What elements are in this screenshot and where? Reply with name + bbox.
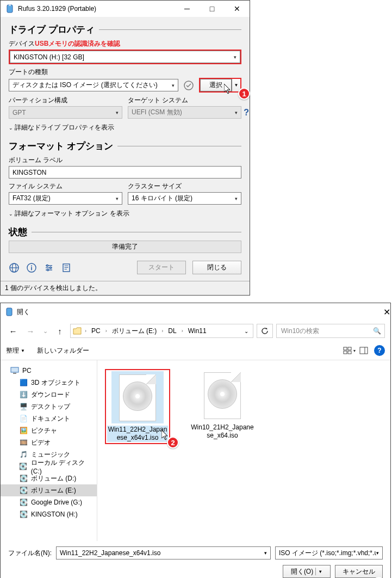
maximize-button[interactable]: □ [200,1,225,17]
volume-label-input[interactable]: KINGSTON [9,166,241,179]
search-icon: 🔍 [373,327,381,335]
chevron-down-icon: ▾ [235,196,238,201]
up-button[interactable]: ↑ [53,324,67,338]
file-item-win10[interactable]: Win10_21H2_Japanese_x64.iso [190,369,255,440]
settings-icon[interactable] [43,262,54,273]
file-pane[interactable]: Win11_22H2_Japanese_x64v1.iso 2 Win10_21… [97,360,390,541]
device-label: デバイスUSBメモリの認識済みを確認 [9,39,241,48]
chevron-right-icon: › [84,328,88,334]
dialog-close-button[interactable]: ✕ [383,307,390,317]
svg-point-12 [47,265,48,266]
history-dropdown[interactable]: ⌄ [41,324,49,338]
document-icon: 📄 [19,415,28,422]
breadcrumb-pc[interactable]: PC [90,327,102,335]
tree-documents[interactable]: 📄ドキュメント [1,413,97,425]
chevron-right-icon: › [181,328,184,334]
disk-icon: 💽 [19,499,28,506]
svg-rect-21 [348,347,351,350]
iso-disc-icon [123,382,152,411]
minimize-button[interactable]: ─ [175,1,200,17]
chevron-down-icon[interactable]: ⌄ [242,328,251,334]
svg-point-13 [50,267,52,268]
svg-rect-20 [344,347,347,350]
badge-2: 2 [167,436,179,448]
breadcrumb-win11[interactable]: Win11 [186,327,208,335]
chevron-down-icon: ▾ [116,196,119,201]
statusbar: 1 個のデバイスを検出しました。 [1,281,250,295]
breadcrumb-volume-e[interactable]: ボリューム (E:) [110,327,159,336]
tree-pc[interactable]: PC [1,365,97,377]
svg-rect-26 [11,367,18,372]
progress-bar: 準備完了 [9,241,241,253]
picture-icon: 🖼️ [19,427,28,434]
tree-volume-e[interactable]: 💽ボリューム (E:) [1,484,97,496]
window-title: Rufus 3.20.1929 (Portable) [18,5,175,13]
partition-label: パーティション構成 [9,96,122,105]
tree-local-disk-c[interactable]: 💽ローカル ディスク (C:) [1,460,97,472]
tree-3d-objects[interactable]: 🟦3D オブジェクト [1,377,97,389]
dialog-title: 開く [17,308,383,317]
target-system-label: ターゲット システム [128,96,241,105]
svg-rect-22 [344,351,347,354]
filename-label: ファイル名(N): [8,549,52,558]
chevron-right-icon: › [160,328,164,334]
advanced-format-toggle[interactable]: ⌄詳細なフォーマット オプション を表示 [9,209,241,218]
address-bar[interactable]: › PC› ボリューム (E:)› DL› Win11 ⌄ [70,324,253,338]
help-icon[interactable]: ? [244,108,249,118]
tree-kingston-h[interactable]: 💽KINGSTON (H:) [1,508,97,520]
open-button[interactable]: 開く(O) ▼ [283,565,331,578]
status-header: 状態 [9,226,241,238]
tree-downloads[interactable]: ⬇️ダウンロード [1,389,97,401]
forward-button[interactable]: → [23,324,38,338]
close-app-button[interactable]: 閉じる [192,261,241,274]
pc-icon [10,367,19,374]
video-icon: 🎞️ [19,439,28,446]
organize-menu[interactable]: 整理 ▼ [6,346,25,355]
refresh-button[interactable] [257,324,273,338]
help-button[interactable]: ? [374,345,385,356]
cluster-size-dropdown[interactable]: 16 キロバイト (規定)▾ [128,192,241,205]
drive-properties-header: ドライブ プロパティ [9,23,241,36]
folder-tree: PC 🟦3D オブジェクト ⬇️ダウンロード 🖥️デスクトップ 📄ドキュメント … [1,360,97,541]
tree-videos[interactable]: 🎞️ビデオ [1,436,97,448]
file-open-dialog: 開く ✕ ← → ⌄ ↑ › PC› ボリューム (E:)› DL› Win11… [0,303,391,578]
language-icon[interactable] [9,262,20,273]
cube-icon: 🟦 [19,379,28,386]
tree-desktop[interactable]: 🖥️デスクトップ [1,401,97,413]
new-folder-button[interactable]: 新しいフォルダー [37,346,89,355]
close-button[interactable]: ✕ [225,1,250,17]
filename-input[interactable]: Win11_22H2_Japanese_x64v1.iso▾ [56,546,271,559]
chevron-down-icon: ▾ [235,110,238,115]
advanced-drive-toggle[interactable]: ⌄詳細なドライブ プロパティを表示 [9,123,241,132]
chevron-down-icon: ▾ [172,83,175,88]
info-icon[interactable] [26,262,37,273]
tree-pictures[interactable]: 🖼️ピクチャ [1,425,97,436]
svg-point-14 [47,269,49,270]
search-input[interactable]: Win10の検索🔍 [276,324,385,338]
desktop-icon: 🖥️ [19,403,28,410]
breadcrumb-dl[interactable]: DL [166,327,178,335]
file-item-win11[interactable]: Win11_22H2_Japanese_x64v1.iso 2 [105,369,170,444]
app-icon [4,4,15,13]
preview-pane-button[interactable] [357,345,371,356]
view-icons-button[interactable]: ▼ [343,345,357,356]
filetype-filter[interactable]: ISO イメージ (*.iso;*.img;*.vhd;*.u▾ [275,546,383,559]
disk-icon: 💽 [19,475,28,482]
titlebar: Rufus 3.20.1929 (Portable) ─ □ ✕ [1,1,250,17]
device-dropdown[interactable]: KINGSTON (H:) [32 GB]▾ [10,51,240,63]
format-options-header: フォーマット オプション [9,140,241,152]
chevron-right-icon: › [104,328,108,334]
folder-icon [73,327,82,335]
log-icon[interactable] [61,262,72,273]
filesystem-dropdown[interactable]: FAT32 (規定)▾ [9,192,122,205]
select-button[interactable]: 選択 [200,79,232,91]
svg-rect-23 [348,351,351,354]
back-button[interactable]: ← [6,324,20,338]
disk-icon: 💽 [19,463,28,470]
cluster-size-label: クラスター サイズ [128,182,241,191]
triangle-down-icon: ▼ [234,83,239,88]
cancel-button[interactable]: キャンセル [335,565,383,578]
tree-google-drive-g[interactable]: 💽Google Drive (G:) [1,496,97,508]
disk-icon: 💽 [19,511,28,518]
boot-type-dropdown[interactable]: ディスクまたは ISO イメージ (選択してください)▾ [9,79,178,91]
